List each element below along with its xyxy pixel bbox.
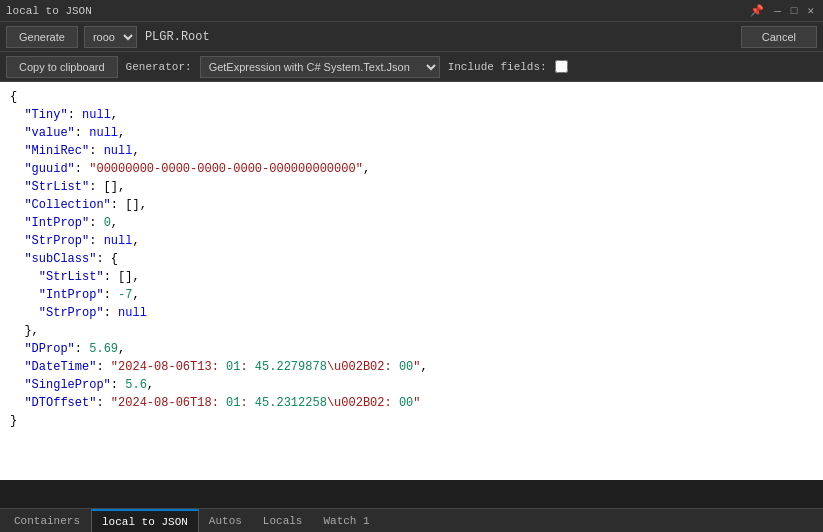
copy-to-clipboard-button[interactable]: Copy to clipboard bbox=[6, 56, 118, 78]
tab-containers[interactable]: Containers bbox=[4, 509, 91, 533]
close-icon[interactable]: ✕ bbox=[804, 4, 817, 17]
window-title: local to JSON bbox=[6, 5, 92, 17]
include-fields-checkbox[interactable] bbox=[555, 60, 568, 73]
json-content-area[interactable]: { "Tiny": null, "value": null, "MiniRec"… bbox=[0, 82, 823, 480]
toolbar-row2: Copy to clipboard Generator: GetExpressi… bbox=[0, 52, 823, 82]
title-bar-left: local to JSON bbox=[6, 5, 92, 17]
toolbar-row1: Generate rooo PLGR.Root Cancel bbox=[0, 22, 823, 52]
title-bar: local to JSON 📌 — □ ✕ bbox=[0, 0, 823, 22]
tab-watch-1[interactable]: Watch 1 bbox=[313, 509, 380, 533]
cancel-button[interactable]: Cancel bbox=[741, 26, 817, 48]
path-label: PLGR.Root bbox=[145, 30, 210, 44]
tab-locals[interactable]: Locals bbox=[253, 509, 314, 533]
include-fields-label: Include fields: bbox=[448, 61, 547, 73]
generate-button[interactable]: Generate bbox=[6, 26, 78, 48]
generator-dropdown[interactable]: GetExpression with C# System.Text.Json bbox=[200, 56, 440, 78]
root-dropdown[interactable]: rooo bbox=[84, 26, 137, 48]
maximize-icon[interactable]: □ bbox=[788, 5, 801, 17]
tab-autos[interactable]: Autos bbox=[199, 509, 253, 533]
generator-label: Generator: bbox=[126, 61, 192, 73]
minimize-icon[interactable]: — bbox=[771, 5, 784, 17]
pin-icon[interactable]: 📌 bbox=[747, 4, 767, 17]
title-bar-right: 📌 — □ ✕ bbox=[747, 4, 817, 17]
tab-bar: Containerslocal to JSONAutosLocalsWatch … bbox=[0, 508, 823, 532]
tab-local-to-json[interactable]: local to JSON bbox=[91, 509, 199, 533]
